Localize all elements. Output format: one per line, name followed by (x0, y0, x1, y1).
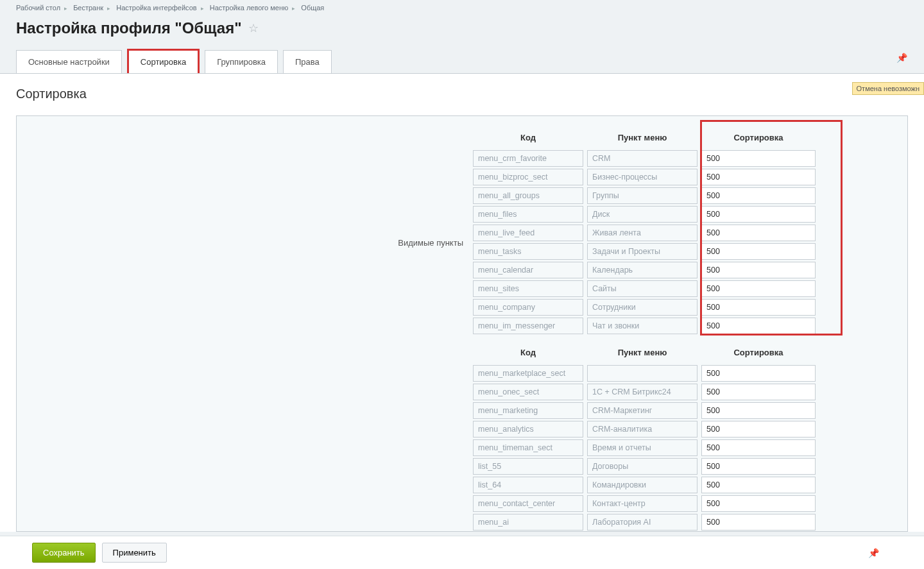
table-row (471, 438, 817, 457)
favorite-star-icon[interactable]: ☆ (248, 21, 259, 35)
table-row (471, 420, 817, 438)
code-input (473, 150, 583, 167)
sort-input[interactable] (701, 458, 816, 475)
breadcrumb: Рабочий стол▸ Бестранк▸ Настройка интерф… (0, 0, 924, 14)
col-header-code: Код (471, 129, 585, 149)
table-row (471, 149, 817, 167)
code-input (473, 299, 583, 316)
col-header-sort: Сортировка (699, 129, 817, 149)
menu-input (587, 514, 697, 531)
sort-input[interactable] (701, 384, 816, 400)
chevron-right-icon: ▸ (107, 5, 110, 12)
sort-input[interactable] (701, 514, 816, 531)
sort-input[interactable] (701, 439, 816, 456)
table-row (471, 316, 817, 335)
pin-icon[interactable]: 📌 (896, 53, 907, 63)
crumb-link[interactable]: Настройка левого меню (210, 4, 289, 12)
code-input (473, 421, 583, 437)
table-row (471, 298, 817, 316)
chevron-right-icon: ▸ (64, 5, 67, 12)
table-row (471, 186, 817, 205)
code-input (473, 169, 583, 185)
inner-box: Видимые пункты КодПункт менюСортировкаКо… (16, 115, 908, 532)
table-row (471, 279, 817, 298)
col-header-menu: Пункт меню (585, 129, 699, 149)
toast-warning: Отмена невозможн (852, 82, 924, 95)
sort-input[interactable] (701, 280, 816, 297)
col-header-menu: Пункт меню (585, 344, 699, 364)
sort-input[interactable] (701, 206, 816, 223)
tab-rights[interactable]: Права (283, 50, 332, 73)
content-panel: Сортировка Отмена невозможн Видимые пунк… (0, 73, 924, 532)
menu-input (587, 169, 697, 185)
code-input (473, 477, 583, 493)
table-row (471, 364, 817, 382)
sort-table: КодПункт менюСортировка (471, 344, 817, 531)
sort-input[interactable] (701, 150, 816, 167)
sort-input[interactable] (701, 262, 816, 278)
menu-input (587, 384, 697, 400)
sort-input[interactable] (701, 318, 816, 334)
sort-input[interactable] (701, 421, 816, 437)
section-title: Сортировка (16, 87, 908, 101)
menu-input (587, 421, 697, 437)
menu-input (587, 187, 697, 204)
table-row (471, 494, 817, 513)
tab-grouping[interactable]: Группировка (205, 50, 278, 73)
tab-main-settings[interactable]: Основные настройки (16, 50, 122, 73)
menu-input (587, 206, 697, 223)
crumb-link[interactable]: Бестранк (73, 4, 103, 12)
code-input (473, 225, 583, 241)
tabs-bar: Основные настройки Сортировка Группировк… (0, 49, 924, 73)
page-title: Настройка профиля "Общая" (16, 19, 242, 37)
table-row (471, 457, 817, 475)
chevron-right-icon: ▸ (201, 5, 204, 12)
col-header-sort: Сортировка (699, 344, 817, 364)
code-input (473, 206, 583, 223)
crumb-link[interactable]: Настройка интерфейсов (116, 4, 196, 12)
code-input (473, 514, 583, 531)
sort-input[interactable] (701, 169, 816, 185)
table-row (471, 382, 817, 401)
code-input (473, 318, 583, 334)
menu-input (587, 365, 697, 382)
table-row (471, 401, 817, 420)
menu-input (587, 318, 697, 334)
sort-input[interactable] (701, 225, 816, 241)
code-input (473, 439, 583, 456)
crumb-link[interactable]: Общая (301, 4, 324, 12)
sort-input[interactable] (701, 299, 816, 316)
col-header-code: Код (471, 344, 585, 364)
table-row (471, 475, 817, 494)
chevron-right-icon: ▸ (292, 5, 295, 12)
code-input (473, 262, 583, 278)
row-label: Видимые пункты (17, 129, 471, 531)
code-input (473, 458, 583, 475)
menu-input (587, 262, 697, 278)
code-input (473, 365, 583, 382)
menu-input (587, 150, 697, 167)
sort-input[interactable] (701, 187, 816, 204)
menu-input (587, 458, 697, 475)
code-input (473, 402, 583, 419)
tab-sorting[interactable]: Сортировка (127, 49, 200, 73)
sort-input[interactable] (701, 477, 816, 493)
table-row (471, 167, 817, 186)
sort-input[interactable] (701, 365, 816, 382)
code-input (473, 243, 583, 260)
menu-input (587, 225, 697, 241)
code-input (473, 495, 583, 512)
sort-table: КодПункт менюСортировка (471, 129, 817, 335)
menu-input (587, 299, 697, 316)
sort-input[interactable] (701, 495, 816, 512)
sort-input[interactable] (701, 402, 816, 419)
menu-input (587, 243, 697, 260)
menu-input (587, 495, 697, 512)
crumb-link[interactable]: Рабочий стол (16, 4, 60, 12)
sort-input[interactable] (701, 243, 816, 260)
menu-input (587, 402, 697, 419)
menu-input (587, 280, 697, 297)
table-row (471, 513, 817, 531)
menu-input (587, 439, 697, 456)
code-input (473, 187, 583, 204)
